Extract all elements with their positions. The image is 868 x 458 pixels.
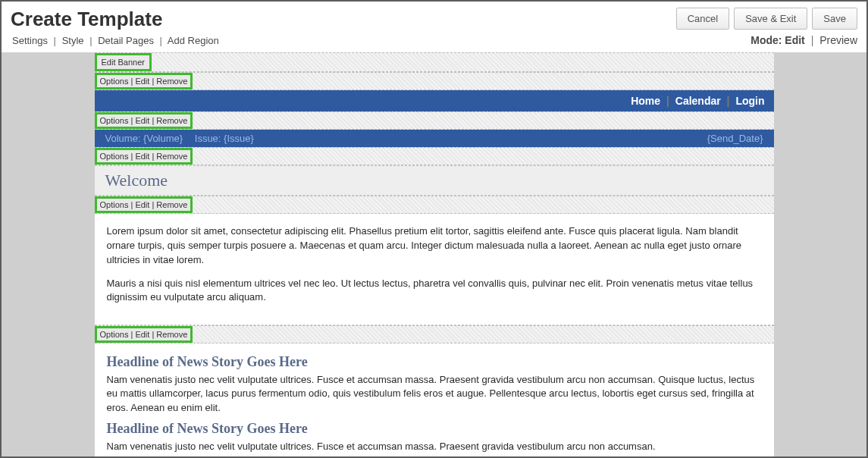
welcome-region: Welcome	[95, 165, 774, 196]
options-link[interactable]: Options	[100, 152, 129, 161]
mode-label: Mode:	[750, 34, 782, 46]
body-options-box: Options | Edit | Remove	[95, 326, 193, 343]
volume-options-box: Options | Edit | Remove	[95, 148, 193, 165]
save-button[interactable]: Save	[812, 8, 857, 30]
top-buttons: Cancel Save & Exit Save	[676, 8, 857, 30]
nav-calendar[interactable]: Calendar	[675, 95, 721, 107]
divider: |	[811, 34, 814, 46]
remove-link[interactable]: Remove	[156, 116, 187, 125]
divider: |	[666, 95, 672, 107]
send-date-token: {Send_Date}	[707, 133, 763, 144]
issue-token: Issue: {Issue}	[195, 133, 254, 144]
mode-preview[interactable]: Preview	[819, 34, 857, 46]
subnav-settings[interactable]: Settings	[12, 35, 48, 46]
news-headline-2: Headline of News Story Goes Here	[107, 421, 762, 437]
subnav-style[interactable]: Style	[62, 35, 84, 46]
template-body: Edit Banner Options | Edit | Remove Home…	[95, 52, 774, 457]
divider: |	[160, 35, 162, 46]
mode-switch: Mode: Edit | Preview	[750, 34, 857, 46]
body-paragraph-1: Lorem ipsum dolor sit amet, consectetur …	[107, 224, 762, 268]
banner-options-box: Options | Edit | Remove	[95, 73, 193, 89]
cancel-button[interactable]: Cancel	[676, 8, 729, 30]
options-link[interactable]: Options	[100, 330, 129, 339]
nav-options-box: Options | Edit | Remove	[95, 112, 193, 129]
subnav-add-region[interactable]: Add Region	[168, 35, 219, 46]
options-link[interactable]: Options	[100, 200, 129, 209]
remove-link[interactable]: Remove	[156, 152, 187, 161]
banner-region-header: Edit Banner	[95, 52, 774, 72]
volume-left: Volume: {Volume} Issue: {Issue}	[105, 133, 263, 144]
body-options-strip: Options | Edit | Remove	[95, 325, 774, 344]
save-exit-button[interactable]: Save & Exit	[734, 8, 807, 30]
subnav-detail-pages[interactable]: Detail Pages	[98, 35, 154, 46]
body-paragraph-2: Mauris a nisi quis nisl elementum ultric…	[107, 277, 762, 306]
welcome-heading: Welcome	[105, 171, 763, 190]
welcome-options-strip: Options | Edit | Remove	[95, 196, 774, 214]
news-paragraph-2: Nam venenatis justo nec velit vulputate …	[107, 440, 762, 453]
canvas-area: Edit Banner Options | Edit | Remove Home…	[2, 52, 866, 457]
subbar: Settings | Style | Detail Pages | Add Re…	[2, 34, 866, 52]
welcome-options-box: Options | Edit | Remove	[95, 196, 193, 213]
edit-banner-label: Edit Banner	[97, 55, 149, 69]
edit-link[interactable]: Edit	[135, 116, 149, 125]
divider: |	[89, 35, 92, 46]
news-region: Headline of News Story Goes Here Nam ven…	[95, 344, 774, 457]
edit-link[interactable]: Edit	[135, 200, 149, 209]
volume-options-strip: Options | Edit | Remove	[95, 147, 774, 165]
nav-login[interactable]: Login	[735, 95, 764, 107]
subnav: Settings | Style | Detail Pages | Add Re…	[12, 35, 219, 46]
divider: |	[727, 95, 733, 107]
edit-link[interactable]: Edit	[135, 330, 149, 339]
banner-options-strip: Options | Edit | Remove	[95, 72, 774, 90]
remove-link[interactable]: Remove	[156, 77, 187, 86]
news-paragraph-1: Nam venenatis justo nec velit vulputate …	[107, 373, 762, 415]
nav-home[interactable]: Home	[631, 95, 660, 107]
edit-banner-box[interactable]: Edit Banner	[95, 53, 152, 71]
news-headline-1: Headline of News Story Goes Here	[107, 354, 762, 370]
app-frame: Create Template Cancel Save & Exit Save …	[0, 0, 868, 458]
nav-bar: Home | Calendar | Login	[95, 90, 774, 111]
topbar: Create Template Cancel Save & Exit Save	[2, 2, 866, 34]
options-link[interactable]: Options	[100, 77, 129, 86]
page-title: Create Template	[11, 8, 162, 31]
template-canvas: Edit Banner Options | Edit | Remove Home…	[95, 52, 774, 457]
mode-edit[interactable]: Edit	[785, 34, 804, 46]
volume-bar: Volume: {Volume} Issue: {Issue} {Send_Da…	[95, 130, 774, 147]
volume-token: Volume: {Volume}	[105, 133, 183, 144]
remove-link[interactable]: Remove	[156, 330, 187, 339]
edit-link[interactable]: Edit	[135, 77, 149, 86]
remove-link[interactable]: Remove	[156, 200, 187, 209]
options-link[interactable]: Options	[100, 116, 129, 125]
divider: |	[54, 35, 56, 46]
edit-link[interactable]: Edit	[135, 152, 149, 161]
nav-options-strip: Options | Edit | Remove	[95, 111, 774, 130]
body-region: Lorem ipsum dolor sit amet, consectetur …	[95, 214, 774, 325]
